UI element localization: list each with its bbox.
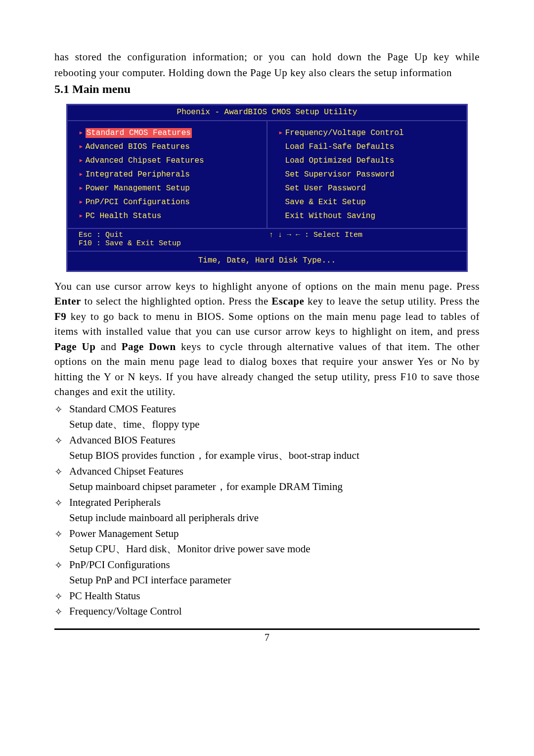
caret-spacer (278, 156, 283, 165)
diamond-icon: ✧ (54, 526, 69, 557)
caret-spacer (278, 170, 283, 179)
list-item-title: Frequency/Voltage Control (69, 604, 480, 620)
diamond-icon: ✧ (54, 464, 69, 495)
list-item: ✧ Advanced Chipset Features Setup mainbo… (54, 464, 480, 495)
caret-icon: ▸ (79, 129, 84, 137)
bios-item-label: Advanced BIOS Features (86, 142, 190, 151)
diamond-icon: ✧ (54, 401, 69, 433)
bios-item-label: PC Health Status (86, 212, 162, 221)
caret-spacer (278, 198, 283, 207)
bios-item-frequency-voltage[interactable]: ▸Frequency/Voltage Control (278, 126, 459, 140)
bios-item-label: Exit Without Saving (285, 212, 375, 221)
bios-item-power-management[interactable]: ▸Power Management Setup (79, 181, 260, 195)
page-number: 7 (54, 632, 480, 643)
diamond-icon: ✧ (54, 604, 69, 620)
bios-esc-hint: Esc : Quit (79, 231, 269, 239)
diamond-icon: ✧ (54, 495, 69, 526)
list-item: ✧ Power Management Setup Setup CPU、Hard … (54, 526, 480, 557)
kbd-f9: F9 (54, 311, 66, 322)
bios-menu-left-column: ▸Standard CMOS Features ▸Advanced BIOS F… (68, 121, 267, 228)
list-item-desc: Setup include mainboard all peripherals … (69, 510, 480, 526)
list-item: ✧ PC Health Status (54, 588, 480, 604)
bios-item-save-exit[interactable]: Save & Exit Setup (278, 195, 459, 209)
bios-item-label: Frequency/Voltage Control (285, 129, 404, 137)
list-item-desc: Setup mainboard chipset parameter，for ex… (69, 479, 480, 495)
caret-spacer (278, 184, 283, 193)
bios-item-pnp-pci[interactable]: ▸PnP/PCI Configurations (79, 195, 260, 209)
section-number: 5.1 (54, 83, 69, 95)
para-text: key to go back to menu in BIOS. Some opt… (54, 311, 480, 337)
bios-item-label: Load Optimized Defaults (285, 156, 395, 165)
list-item-title: Standard CMOS Features (69, 401, 480, 417)
bios-item-label: Save & Exit Setup (285, 198, 366, 207)
list-item-title: Power Management Setup (69, 526, 480, 542)
bios-item-load-optimized[interactable]: Load Optimized Defaults (278, 154, 459, 168)
para-text: You can use cursor arrow keys to highlig… (54, 280, 480, 292)
caret-icon: ▸ (79, 142, 84, 151)
list-item: ✧ Frequency/Voltage Control (54, 604, 480, 620)
bios-item-label: Integrated Peripherals (86, 170, 190, 179)
bios-item-label: Power Management Setup (86, 184, 190, 193)
list-item-title: PnP/PCI Configurations (69, 557, 480, 573)
bios-item-set-user[interactable]: Set User Password (278, 181, 459, 195)
bios-item-label: Standard CMOS Features (86, 128, 192, 138)
list-item: ✧ Integrated Peripherals Setup include m… (54, 495, 480, 526)
caret-icon: ▸ (79, 184, 84, 193)
list-item-title: PC Health Status (69, 588, 480, 604)
diamond-icon: ✧ (54, 433, 69, 464)
caret-icon: ▸ (79, 170, 84, 179)
bios-item-label: Set Supervisor Password (285, 170, 395, 179)
main-paragraph: You can use cursor arrow keys to highlig… (54, 279, 480, 400)
diamond-icon: ✧ (54, 557, 69, 588)
section-title: Main menu (72, 83, 131, 95)
bios-item-advanced-bios[interactable]: ▸Advanced BIOS Features (79, 140, 260, 154)
bios-arrows-hint: ↑ ↓ → ← : Select Item (269, 231, 459, 239)
caret-icon: ▸ (79, 212, 84, 221)
caret-icon: ▸ (79, 156, 84, 165)
caret-spacer (278, 142, 283, 151)
kbd-pagedown: Page Down (122, 341, 176, 353)
bios-menu: ▸Standard CMOS Features ▸Advanced BIOS F… (68, 121, 466, 229)
bios-item-exit-no-save[interactable]: Exit Without Saving (278, 209, 459, 223)
list-item-title: Advanced BIOS Features (69, 433, 480, 448)
bios-help-line: Time, Date, Hard Disk Type... (68, 252, 466, 270)
bios-item-integrated-peripherals[interactable]: ▸Integrated Peripherals (79, 168, 260, 181)
bios-item-pc-health[interactable]: ▸PC Health Status (79, 209, 260, 223)
kbd-escape: Escape (271, 295, 304, 307)
bios-item-standard-cmos[interactable]: ▸Standard CMOS Features (79, 126, 260, 140)
list-item-title: Integrated Peripherals (69, 495, 480, 511)
intro-paragraph: has stored the configuration information… (54, 49, 480, 81)
list-item: ✧ Advanced BIOS Features Setup BIOS prov… (54, 433, 480, 464)
list-item: ✧ Standard CMOS Features Setup date、time… (54, 401, 480, 433)
list-item-desc: Setup PnP and PCI interface parameter (69, 573, 480, 588)
bios-item-set-supervisor[interactable]: Set Supervisor Password (278, 168, 459, 181)
caret-icon: ▸ (278, 129, 283, 137)
bios-item-label: Load Fail-Safe Defaults (285, 142, 395, 151)
bios-item-advanced-chipset[interactable]: ▸Advanced Chipset Features (79, 154, 260, 168)
diamond-icon: ✧ (54, 588, 69, 604)
para-text: and (95, 341, 121, 353)
list-item-title: Advanced Chipset Features (69, 464, 480, 480)
caret-icon: ▸ (79, 198, 84, 207)
list-item: ✧ PnP/PCI Configurations Setup PnP and P… (54, 557, 480, 588)
bios-menu-right-column: ▸Frequency/Voltage Control Load Fail-Saf… (267, 121, 466, 228)
bios-f10-hint: F10 : Save & Exit Setup (79, 239, 269, 248)
para-text: to select the highlighted option. Press … (81, 295, 272, 307)
footer-divider (54, 628, 480, 630)
bios-item-label: Set User Password (285, 184, 366, 193)
caret-spacer (278, 212, 283, 221)
kbd-enter: Enter (54, 295, 81, 307)
bios-item-label: PnP/PCI Configurations (86, 198, 190, 207)
bios-screenshot: Phoenix - AwardBIOS CMOS Setup Utility ▸… (66, 104, 468, 272)
bios-title-bar: Phoenix - AwardBIOS CMOS Setup Utility (68, 105, 466, 121)
bios-item-load-failsafe[interactable]: Load Fail-Safe Defaults (278, 140, 459, 154)
list-item-desc: Setup date、time、floppy type (69, 417, 480, 433)
feature-list: ✧ Standard CMOS Features Setup date、time… (54, 401, 480, 620)
kbd-pageup: Page Up (54, 341, 95, 353)
bios-item-label: Advanced Chipset Features (86, 156, 204, 165)
list-item-desc: Setup CPU、Hard disk、Monitor drive power … (69, 541, 480, 557)
section-heading: 5.1Main menu (54, 83, 480, 96)
para-text: key to leave the setup utility. Press th… (304, 295, 480, 307)
bios-footer: Esc : Quit F10 : Save & Exit Setup ↑ ↓ →… (68, 229, 466, 252)
list-item-desc: Setup BIOS provides function，for example… (69, 448, 480, 464)
